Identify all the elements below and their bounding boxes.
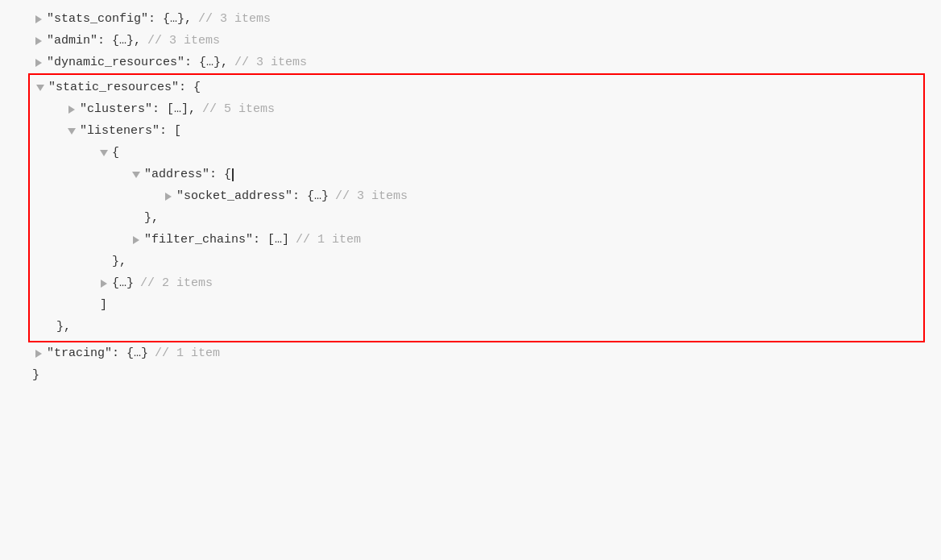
clusters-comment: // 5 items xyxy=(202,98,275,120)
address-close-brace: }, xyxy=(144,207,159,229)
stats-config-key: "stats_config": {…}, xyxy=(47,8,192,30)
static-resources-close-line: }, xyxy=(30,316,923,338)
static-resources-close-brace: }, xyxy=(56,316,71,338)
collapsed-item-comment: // 2 items xyxy=(140,272,213,294)
tracing-arrow[interactable] xyxy=(32,347,45,360)
socket-address-line: "socket_address": {…} // 3 items xyxy=(30,185,923,207)
listeners-close-bracket: ] xyxy=(100,294,107,316)
static-resources-section: "static_resources": { "clusters": […], /… xyxy=(28,73,925,342)
address-open-key: "address": { xyxy=(144,164,231,185)
dynamic-resources-comment: // 3 items xyxy=(234,52,307,73)
object-open-line: { xyxy=(30,142,923,164)
tracing-key: "tracing": {…} xyxy=(47,342,148,364)
stats-config-arrow[interactable] xyxy=(32,13,45,26)
object-open-arrow[interactable] xyxy=(97,147,110,160)
listeners-open-line: "listeners": [ xyxy=(30,120,923,142)
collapsed-item-line: {…} // 2 items xyxy=(30,272,923,294)
static-resources-open-line: "static_resources": { xyxy=(30,77,923,98)
object-open-brace: { xyxy=(112,142,119,164)
filter-chains-key: "filter_chains": […] xyxy=(144,229,289,251)
admin-key: "admin": {…}, xyxy=(47,30,141,52)
filter-chains-line: "filter_chains": […] // 1 item xyxy=(30,229,923,251)
tracing-line: "tracing": {…} // 1 item xyxy=(16,342,925,364)
filter-chains-arrow[interactable] xyxy=(130,234,143,247)
listeners-open-key: "listeners": [ xyxy=(80,120,181,142)
collapsed-item-arrow[interactable] xyxy=(97,277,110,290)
object-close-line: }, xyxy=(30,251,923,272)
dynamic-resources-arrow[interactable] xyxy=(32,56,45,69)
clusters-key: "clusters": […], xyxy=(80,98,196,120)
object-close-brace: }, xyxy=(112,251,126,272)
stats-config-comment: // 3 items xyxy=(198,8,271,30)
address-arrow[interactable] xyxy=(130,168,143,181)
final-brace-line: } xyxy=(16,364,925,386)
dynamic-resources-key: "dynamic_resources": {…}, xyxy=(47,52,228,73)
admin-comment: // 3 items xyxy=(147,30,220,52)
admin-line: "admin": {…}, // 3 items xyxy=(16,30,925,52)
text-cursor xyxy=(232,168,234,181)
clusters-arrow[interactable] xyxy=(65,103,78,116)
listeners-close-line: ] xyxy=(30,294,923,316)
filter-chains-comment: // 1 item xyxy=(296,229,361,251)
collapsed-item-key: {…} xyxy=(112,272,134,294)
socket-address-comment: // 3 items xyxy=(335,185,408,207)
socket-address-arrow[interactable] xyxy=(162,190,175,203)
address-close-line: }, xyxy=(30,207,923,229)
dynamic-resources-line: "dynamic_resources": {…}, // 3 items xyxy=(16,52,925,73)
socket-address-key: "socket_address": {…} xyxy=(176,185,329,207)
listeners-arrow[interactable] xyxy=(65,125,78,138)
tracing-comment: // 1 item xyxy=(155,342,220,364)
clusters-line: "clusters": […], // 5 items xyxy=(30,98,923,120)
final-brace: } xyxy=(32,364,39,386)
stats-config-line: "stats_config": {…}, // 3 items xyxy=(16,8,925,30)
admin-arrow[interactable] xyxy=(32,35,45,48)
static-resources-arrow[interactable] xyxy=(34,81,47,94)
address-open-line: "address": { xyxy=(30,164,923,185)
json-viewer: "stats_config": {…}, // 3 items "admin":… xyxy=(0,0,941,560)
static-resources-open-key: "static_resources": { xyxy=(48,77,201,98)
